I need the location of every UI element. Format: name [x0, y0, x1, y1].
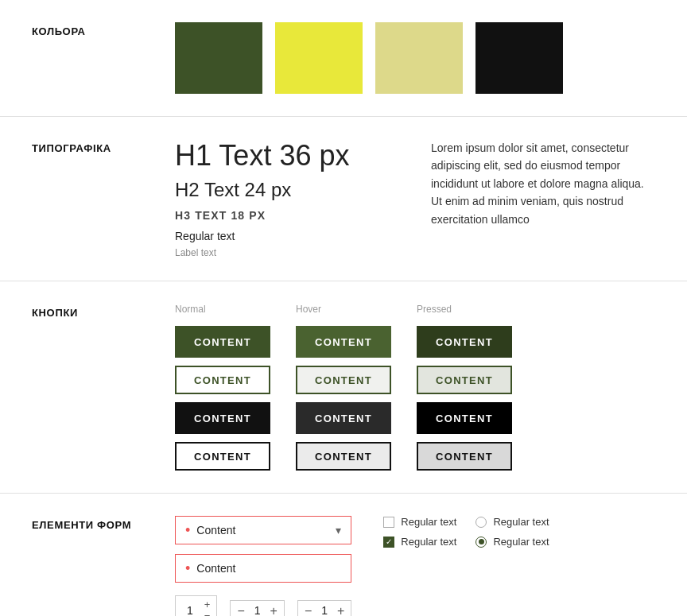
- forms-label: ЕЛЕМЕНТИ ФОРМ: [32, 516, 175, 531]
- checkbox-checked[interactable]: [383, 537, 394, 548]
- colors-section: КОЛЬОРА: [0, 0, 687, 117]
- checkbox-checked-label: Regular text: [401, 536, 456, 548]
- buttons-grid: Normal CONTENT CONTENT CONTENT CONTENT H…: [175, 304, 655, 471]
- btn-normal-outlined-green[interactable]: CONTENT: [175, 366, 270, 394]
- label-text: Label text: [175, 247, 399, 258]
- spinner-2: − 1 +: [230, 600, 284, 617]
- h2-text: H2 Text 24 px: [175, 179, 399, 201]
- btn-pressed-outlined-black[interactable]: CONTENT: [417, 442, 512, 471]
- hover-column-label: Hover: [296, 304, 391, 315]
- spinner-3-value: 1: [316, 604, 332, 616]
- radio-selected[interactable]: [475, 537, 487, 548]
- dropdown-value: Content: [196, 524, 336, 537]
- checkboxes-group: Regular text Regular text: [383, 516, 456, 548]
- colors-content: [175, 22, 655, 94]
- spinner-1-value: 1: [182, 604, 198, 616]
- btn-pressed-outlined-green[interactable]: CONTENT: [417, 366, 512, 394]
- radio-selected-label: Regular text: [493, 536, 549, 548]
- typography-label: ТИПОГРАФІКА: [32, 139, 175, 154]
- form-right: Regular text Regular text Regular text: [383, 516, 549, 548]
- spinner-1-minus[interactable]: −: [204, 610, 211, 616]
- radio-unselected-label: Regular text: [493, 516, 549, 528]
- typography-left: H1 Text 36 px H2 Text 24 px H3 TEXT 18 P…: [175, 139, 399, 258]
- colors-label: КОЛЬОРА: [32, 22, 175, 37]
- swatch-light-yellow: [375, 22, 463, 94]
- dropdown-arrow-icon: ▾: [336, 524, 341, 537]
- btn-pressed-filled-black[interactable]: CONTENT: [417, 402, 512, 434]
- buttons-normal-column: Normal CONTENT CONTENT CONTENT CONTENT: [175, 304, 270, 471]
- radio-selected-row[interactable]: Regular text: [475, 536, 549, 548]
- swatch-dark-green: [175, 22, 262, 94]
- form-spinners: 1 + − − 1 + − 1: [175, 595, 351, 616]
- btn-normal-filled-green[interactable]: CONTENT: [175, 326, 270, 358]
- spinner-3: − 1 +: [297, 600, 351, 617]
- h3-text: H3 TEXT 18 PX: [175, 209, 399, 222]
- checkbox-unchecked[interactable]: [383, 517, 394, 528]
- checkbox-unchecked-row[interactable]: Regular text: [383, 516, 456, 528]
- checkbox-checked-row[interactable]: Regular text: [383, 536, 456, 548]
- form-columns: • Content ▾ • Content 1 + −: [175, 516, 655, 616]
- dropdown-dot-icon: •: [185, 523, 190, 537]
- radios-group: Regular text Regular text: [475, 516, 549, 548]
- spinner-3-minus[interactable]: −: [305, 604, 312, 617]
- spinner-1-controls: + −: [204, 599, 211, 616]
- spinner-1: 1 + −: [175, 595, 217, 616]
- btn-hover-filled-black[interactable]: CONTENT: [296, 402, 391, 434]
- form-dropdown[interactable]: • Content ▾: [175, 516, 351, 544]
- btn-normal-filled-black[interactable]: CONTENT: [175, 402, 270, 434]
- form-left: • Content ▾ • Content 1 + −: [175, 516, 351, 616]
- spinner-2-plus[interactable]: +: [270, 604, 278, 617]
- buttons-pressed-column: Pressed CONTENT CONTENT CONTENT CONTENT: [417, 304, 512, 471]
- buttons-section: КНОПКИ Normal CONTENT CONTENT CONTENT CO…: [0, 281, 687, 494]
- btn-normal-outlined-black[interactable]: CONTENT: [175, 442, 270, 471]
- forms-content: • Content ▾ • Content 1 + −: [175, 516, 655, 616]
- spinner-3-plus[interactable]: +: [337, 604, 344, 617]
- buttons-content: Normal CONTENT CONTENT CONTENT CONTENT H…: [175, 304, 655, 471]
- checkbox-unchecked-label: Regular text: [401, 516, 456, 528]
- input-value: Content: [196, 562, 341, 575]
- forms-section: ЕЛЕМЕНТИ ФОРМ • Content ▾ • Content: [0, 494, 687, 616]
- swatch-black: [475, 22, 563, 94]
- btn-hover-outlined-green[interactable]: CONTENT: [296, 366, 391, 394]
- color-swatches: [175, 22, 655, 94]
- input-dot-icon: •: [185, 561, 190, 575]
- form-input[interactable]: • Content: [175, 554, 351, 583]
- btn-hover-filled-green[interactable]: CONTENT: [296, 326, 391, 358]
- buttons-label: КНОПКИ: [32, 304, 175, 319]
- spinner-2-value: 1: [250, 604, 266, 616]
- spinner-1-plus[interactable]: +: [204, 599, 211, 610]
- typography-columns: H1 Text 36 px H2 Text 24 px H3 TEXT 18 P…: [175, 139, 655, 258]
- spinner-2-minus[interactable]: −: [237, 604, 244, 617]
- pressed-column-label: Pressed: [417, 304, 512, 315]
- radio-unselected[interactable]: [475, 517, 487, 528]
- h1-text: H1 Text 36 px: [175, 139, 399, 172]
- btn-pressed-filled-green[interactable]: CONTENT: [417, 326, 512, 358]
- btn-hover-outlined-black[interactable]: CONTENT: [296, 442, 391, 471]
- normal-column-label: Normal: [175, 304, 270, 315]
- typography-content: H1 Text 36 px H2 Text 24 px H3 TEXT 18 P…: [175, 139, 655, 258]
- typography-right: Lorem ipsum dolor sit amet, consectetur …: [431, 139, 655, 258]
- buttons-hover-column: Hover CONTENT CONTENT CONTENT CONTENT: [296, 304, 391, 471]
- regular-text: Regular text: [175, 230, 399, 242]
- form-right-columns: Regular text Regular text Regular text: [383, 516, 549, 548]
- swatch-yellow: [275, 22, 363, 94]
- typography-section: ТИПОГРАФІКА H1 Text 36 px H2 Text 24 px …: [0, 117, 687, 281]
- radio-unselected-row[interactable]: Regular text: [475, 516, 549, 528]
